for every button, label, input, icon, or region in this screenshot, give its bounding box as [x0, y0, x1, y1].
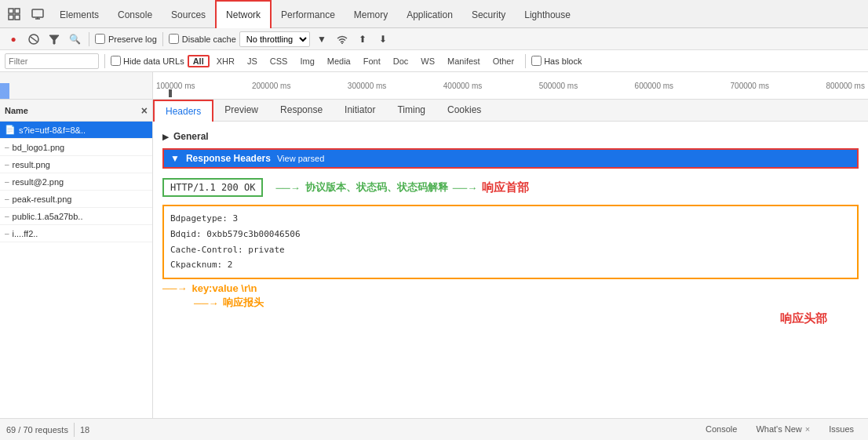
timeline-label-6: 600000 ms — [635, 82, 673, 90]
http-status-text: HTTP/1.1 200 OK — [170, 182, 255, 193]
filter-all[interactable]: All — [188, 55, 210, 67]
filter-media[interactable]: Media — [322, 55, 356, 67]
devtools-icon-1[interactable] — [3, 0, 25, 28]
bottom-tab-close[interactable]: × — [805, 424, 810, 434]
record-button[interactable]: ● — [5, 31, 22, 48]
hide-data-urls-group[interactable]: Hide data URLs — [111, 56, 184, 66]
right-pane: Headers Preview Response Initiator Timin… — [153, 100, 868, 418]
download-icon[interactable]: ⬇ — [374, 31, 392, 48]
preserve-log-label: Preserve log — [108, 35, 157, 44]
bottom-tab-console[interactable]: Console — [698, 419, 745, 441]
header-row-1: Bdqid: 0xbb579c3b00046506 — [170, 227, 851, 242]
file-item-5[interactable]: – public.1.a5a27bb.. — [0, 208, 152, 225]
file-item-4[interactable]: – peak-result.png — [0, 191, 152, 208]
tab-security[interactable]: Security — [462, 0, 515, 28]
devtools-icon-2[interactable] — [27, 0, 49, 28]
file-name-0: s?ie=utf-8&f=8&.. — [19, 125, 86, 135]
upload-icon[interactable]: ⬆ — [354, 31, 371, 48]
svg-rect-3 — [15, 15, 20, 20]
filter-doc[interactable]: Doc — [388, 55, 414, 67]
filter-ws[interactable]: WS — [415, 55, 440, 67]
requests-size: 18 — [80, 425, 89, 435]
tab-memory[interactable]: Memory — [345, 0, 397, 28]
timeline-label-1: 100000 ms — [156, 82, 195, 90]
file-prefix-6: – — [5, 229, 9, 238]
file-item-6[interactable]: – i....ff2.. — [0, 225, 152, 242]
timeline-label-4: 400000 ms — [443, 82, 482, 90]
tab-sources[interactable]: Sources — [162, 0, 215, 28]
preserve-log-group[interactable]: Preserve log — [95, 34, 157, 44]
filter-js[interactable]: JS — [242, 55, 263, 67]
file-item-3[interactable]: – result@2.png — [0, 173, 152, 191]
general-section-header[interactable]: ▶ General — [162, 128, 859, 145]
filter-bar: Hide data URLs All XHR JS CSS Img Media … — [0, 50, 868, 72]
tab-performance[interactable]: Performance — [272, 0, 345, 28]
panel-tab-preview-label: Preview — [224, 104, 258, 115]
preserve-log-checkbox[interactable] — [95, 34, 105, 44]
file-name-6: i....ff2.. — [13, 229, 38, 238]
filter-font[interactable]: Font — [358, 55, 386, 67]
file-prefix-2: – — [5, 160, 9, 169]
filter-manifest[interactable]: Manifest — [442, 55, 486, 67]
bottom-sep — [74, 423, 75, 437]
annotation-3: ──→ 响应报头 — [162, 296, 859, 310]
panel-tab-preview[interactable]: Preview — [213, 100, 269, 122]
bottom-tab-console-label: Console — [706, 424, 737, 434]
panel-tab-response[interactable]: Response — [269, 100, 334, 122]
svg-marker-9 — [49, 35, 59, 44]
panel-tab-headers[interactable]: Headers — [153, 100, 213, 122]
file-list-close[interactable]: × — [141, 104, 148, 117]
filter-other[interactable]: Other — [487, 55, 520, 67]
panel-tab-cookies[interactable]: Cookies — [436, 100, 492, 122]
tab-application[interactable]: Application — [397, 0, 462, 28]
annotation-arrow1-text: 协议版本、状态码、状态码解释 — [305, 180, 448, 195]
filter-img[interactable]: Img — [294, 55, 319, 67]
file-list: Name × 📄 s?ie=utf-8&f=8&.. – bd_logo1.pn… — [0, 100, 153, 418]
http-status-row: HTTP/1.1 200 OK ──→ 协议版本、状态码、状态码解释 ──→ 响… — [162, 173, 859, 202]
tab-lighthouse[interactable]: Lighthouse — [515, 0, 580, 28]
annotation-arrow1-target-arrow: ──→ — [453, 182, 477, 194]
throttle-select[interactable]: No throttling — [239, 31, 310, 47]
view-parsed-btn[interactable]: View parsed — [277, 154, 324, 163]
search-button[interactable]: 🔍 — [66, 31, 83, 48]
hide-data-urls-checkbox[interactable] — [111, 56, 121, 66]
general-arrow-icon: ▶ — [162, 133, 169, 141]
file-item-0[interactable]: 📄 s?ie=utf-8&f=8&.. — [0, 122, 152, 139]
stop-button[interactable] — [25, 31, 42, 48]
bottom-tab-issues-label: Issues — [829, 424, 854, 434]
panel-tab-timing[interactable]: Timing — [386, 100, 436, 122]
main-area: Name × 📄 s?ie=utf-8&f=8&.. – bd_logo1.pn… — [0, 100, 868, 418]
panel-content-wrap: ▶ General ▼ Response Headers View parsed… — [153, 122, 868, 333]
has-block-label: Has block — [544, 56, 582, 66]
file-item-1[interactable]: – bd_logo1.png — [0, 139, 152, 156]
filter-css[interactable]: CSS — [264, 55, 294, 67]
file-prefix-5: – — [5, 212, 9, 220]
file-item-2[interactable]: – result.png — [0, 156, 152, 173]
filter-xhr[interactable]: XHR — [211, 55, 240, 67]
wifi-icon[interactable] — [334, 31, 351, 48]
timeline-label-3: 300000 ms — [348, 82, 386, 90]
tab-console[interactable]: Console — [108, 0, 162, 28]
tab-network[interactable]: Network — [215, 0, 272, 28]
annotation-arrow2-text: key:value \r\n — [191, 282, 257, 294]
filter-button[interactable] — [46, 31, 63, 48]
disable-cache-checkbox[interactable] — [169, 34, 179, 44]
disable-cache-group[interactable]: Disable cache — [169, 34, 236, 44]
panel-content-area: ▶ General ▼ Response Headers View parsed… — [153, 122, 868, 418]
annotation-1: ──→ 协议版本、状态码、状态码解释 ──→ 响应首部 — [275, 180, 529, 195]
has-block-group[interactable]: Has block — [531, 56, 582, 66]
general-section-title: General — [173, 131, 209, 142]
tab-elements[interactable]: Elements — [50, 0, 108, 28]
panel-tab-initiator-label: Initiator — [345, 104, 375, 115]
timeline-label-5: 500000 ms — [539, 82, 578, 90]
separator-2 — [162, 32, 163, 46]
bottom-tab-issues[interactable]: Issues — [821, 419, 862, 441]
has-block-checkbox[interactable] — [531, 56, 542, 66]
panel-tab-initiator[interactable]: Initiator — [334, 100, 386, 122]
file-icon-0: 📄 — [5, 125, 16, 135]
http-status-box: HTTP/1.1 200 OK — [162, 178, 263, 197]
throttle-arrow[interactable]: ▼ — [313, 31, 330, 48]
filter-input[interactable] — [5, 53, 99, 69]
header-row-0: Bdpagetype: 3 — [170, 211, 851, 227]
bottom-tab-whatsnew[interactable]: What's New × — [748, 419, 818, 441]
